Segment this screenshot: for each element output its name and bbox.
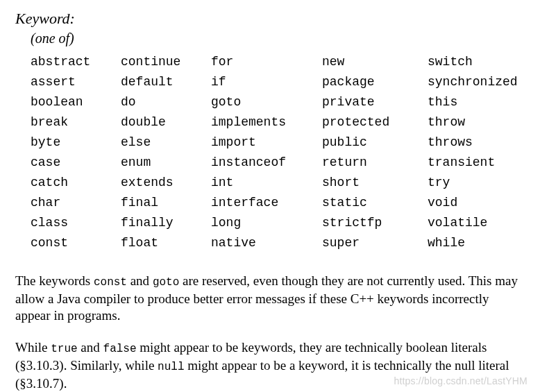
keyword-cell: this (428, 92, 457, 112)
watermark-text: https://blog.csdn.net/LastYHM (394, 375, 528, 386)
keyword-cell: switch (428, 52, 473, 72)
keyword-cell: if (211, 72, 322, 92)
keyword-cell: final (121, 193, 211, 213)
keyword-cell: throw (428, 112, 465, 133)
inline-code: false (103, 343, 137, 355)
keyword-table: abstract continue for new switch assert … (31, 52, 526, 253)
keyword-row: abstract continue for new switch (31, 52, 526, 72)
keyword-row: char final interface static void (31, 193, 526, 213)
keyword-cell: void (428, 193, 457, 213)
keyword-cell: finally (121, 213, 211, 233)
keyword-cell: public (322, 133, 428, 153)
keyword-cell: char (31, 193, 121, 213)
keyword-cell: case (31, 153, 121, 173)
paragraph-reserved-keywords: The keywords const and goto are reserved… (15, 273, 526, 324)
keyword-row: class finally long strictfp volatile (31, 213, 526, 233)
keyword-cell: const (31, 233, 121, 253)
heading-subtitle: (one of) (31, 31, 526, 46)
keyword-cell: package (322, 72, 428, 92)
keyword-row: assert default if package synchronized (31, 72, 526, 92)
keyword-cell: goto (211, 92, 322, 112)
keyword-cell: break (31, 112, 121, 133)
para-text: and (127, 273, 153, 288)
keyword-cell: protected (322, 112, 428, 133)
keyword-cell: import (211, 133, 322, 153)
keyword-cell: continue (121, 52, 211, 72)
keyword-row: catch extends int short try (31, 173, 526, 193)
keyword-cell: native (211, 233, 322, 253)
keyword-cell: while (428, 233, 465, 253)
keyword-cell: double (121, 112, 211, 133)
keyword-cell: interface (211, 193, 322, 213)
keyword-cell: transient (428, 153, 495, 173)
keyword-cell: throws (428, 133, 473, 153)
heading-keyword: Keyword: (15, 10, 526, 28)
keyword-cell: for (211, 52, 322, 72)
keyword-cell: short (322, 173, 428, 193)
keyword-cell: class (31, 213, 121, 233)
keyword-row: boolean do goto private this (31, 92, 526, 112)
para-text: While (15, 340, 51, 355)
keyword-cell: private (322, 92, 428, 112)
keyword-cell: instanceof (211, 153, 322, 173)
keyword-cell: implements (211, 112, 322, 133)
keyword-row: byte else import public throws (31, 133, 526, 153)
inline-code: null (158, 361, 184, 373)
keyword-cell: do (121, 92, 211, 112)
para-text: The keywords (15, 273, 94, 288)
keyword-cell: strictfp (322, 213, 428, 233)
keyword-cell: abstract (31, 52, 121, 72)
para-text: and (78, 340, 103, 355)
keyword-row: const float native super while (31, 233, 526, 253)
keyword-cell: float (121, 233, 211, 253)
keyword-cell: default (121, 72, 211, 92)
keyword-cell: long (211, 213, 322, 233)
keyword-cell: catch (31, 173, 121, 193)
keyword-cell: enum (121, 153, 211, 173)
keyword-cell: return (322, 153, 428, 173)
keyword-cell: assert (31, 72, 121, 92)
keyword-row: case enum instanceof return transient (31, 153, 526, 173)
keyword-cell: new (322, 52, 428, 72)
keyword-cell: synchronized (428, 72, 518, 92)
keyword-cell: super (322, 233, 428, 253)
keyword-cell: int (211, 173, 322, 193)
keyword-cell: try (428, 173, 450, 193)
keyword-cell: extends (121, 173, 211, 193)
keyword-cell: volatile (428, 213, 487, 233)
keyword-cell: else (121, 133, 211, 153)
keyword-cell: static (322, 193, 428, 213)
inline-code: const (94, 276, 127, 289)
keyword-cell: boolean (31, 92, 121, 112)
keyword-cell: byte (31, 133, 121, 153)
keyword-row: break double implements protected throw (31, 112, 526, 133)
inline-code: goto (153, 276, 179, 289)
inline-code: true (51, 343, 77, 355)
